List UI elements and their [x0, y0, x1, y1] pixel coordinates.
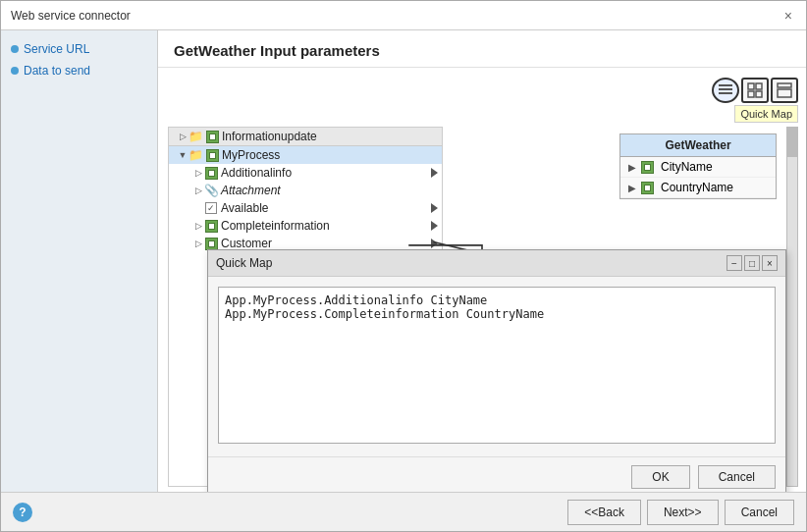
folder-icon-myprocess: 📁 [188, 148, 203, 162]
dialog-minimize-button[interactable]: − [726, 255, 742, 271]
window-title: Web service connector [11, 9, 131, 23]
bottom-bar: ? <<Back Next>> Cancel [1, 492, 806, 531]
dialog-title: Quick Map [216, 256, 272, 270]
quick-map-icon [718, 82, 733, 98]
layout-button[interactable] [771, 78, 798, 103]
grid-view-button[interactable] [741, 78, 769, 103]
expander-available[interactable] [192, 202, 204, 214]
dialog-body: App.MyProcess.Additionalinfo CityName Ap… [208, 277, 785, 456]
cancel-button[interactable]: Cancel [725, 500, 794, 525]
countryname-label: CountryName [661, 181, 733, 194]
main-window: Web service connector × Service URL Data… [0, 0, 807, 532]
checkbox-icon-available: ✓ [204, 201, 218, 215]
expander-completeinformation[interactable]: ▷ [192, 220, 204, 232]
page-title: GetWeather Input parameters [174, 42, 790, 59]
quick-map-button[interactable] [712, 78, 739, 103]
green-box-additionalinfo [204, 166, 218, 180]
scrollbar[interactable] [786, 127, 798, 487]
green-box-countryname [640, 181, 654, 194]
expander-additionalinfo[interactable]: ▷ [192, 167, 204, 179]
dialog-controls: − □ × [726, 255, 778, 271]
dot-icon [11, 45, 19, 53]
dialog-maximize-button[interactable]: □ [744, 255, 760, 271]
arrow-completeinformation [431, 221, 438, 231]
svg-rect-7 [778, 83, 791, 87]
dialog-close-button[interactable]: × [762, 255, 778, 271]
svg-rect-4 [756, 83, 762, 89]
tree-label-attachment: Attachment [221, 184, 281, 197]
dialog-title-bar: Quick Map − □ × [208, 250, 785, 277]
svg-rect-3 [748, 83, 754, 89]
sidebar-label-service-url: Service URL [24, 42, 89, 56]
getweather-title: GetWeather [620, 134, 776, 157]
grid-icon [747, 82, 763, 98]
tree-item-completeinformation[interactable]: ▷ Completeinformation [169, 217, 442, 235]
svg-rect-6 [756, 91, 762, 97]
main-content: Service URL Data to send GetWeather Inpu… [1, 30, 806, 492]
layout-icon [777, 82, 792, 98]
expander-informationupdate[interactable]: ▷ [177, 131, 188, 142]
tree-label-additionalinfo: Additionalinfo [221, 166, 292, 180]
folder-icon-informationupdate: 📁 [188, 130, 203, 143]
expander-attachment[interactable]: ▷ [192, 185, 204, 196]
help-button[interactable]: ? [13, 503, 32, 522]
sidebar-item-data-to-send[interactable]: Data to send [11, 64, 147, 78]
quick-map-dialog[interactable]: Quick Map − □ × App.MyProcess.Additional… [207, 249, 786, 492]
svg-rect-2 [719, 92, 732, 94]
dialog-ok-button[interactable]: OK [631, 465, 689, 489]
in-arrow-countryname: ▶ [628, 183, 636, 193]
sidebar-label-data-to-send: Data to send [24, 64, 90, 78]
arrow-customer [431, 239, 438, 248]
tree-item-myprocess[interactable]: ▼ 📁 MyProcess [169, 146, 442, 164]
content-area: GetWeather Input parameters [158, 30, 806, 492]
quick-map-textarea[interactable]: App.MyProcess.Additionalinfo CityName Ap… [218, 287, 776, 444]
dialog-footer: OK Cancel [208, 456, 785, 492]
back-button[interactable]: <<Back [567, 500, 641, 525]
tree-item-available[interactable]: ✓ Available [169, 199, 442, 217]
dialog-cancel-button[interactable]: Cancel [698, 465, 776, 489]
tree-label-available: Available [221, 201, 268, 215]
sidebar-item-service-url[interactable]: Service URL [11, 42, 147, 56]
tree-label-completeinformation: Completeinformation [221, 219, 330, 233]
arrow-available [431, 203, 438, 213]
tree-item-informationupdate[interactable]: ▷ 📁 Informationupdate [169, 128, 442, 146]
attach-icon: 📎 [204, 184, 218, 197]
tree-label-informationupdate: Informationupdate [222, 130, 317, 143]
arrow-additionalinfo [431, 168, 438, 178]
next-button[interactable]: Next>> [647, 500, 719, 525]
bottom-buttons: <<Back Next>> Cancel [567, 500, 794, 525]
cityname-label: CityName [661, 160, 713, 174]
green-box-myprocess [205, 148, 219, 162]
green-box-cityname [640, 160, 654, 174]
dot-icon-2 [11, 67, 19, 75]
toolbar-row [712, 78, 798, 103]
scrollbar-thumb[interactable] [787, 128, 797, 157]
green-box-informationupdate [205, 130, 219, 143]
svg-rect-0 [719, 84, 732, 86]
svg-rect-8 [778, 89, 791, 97]
in-arrow-cityname: ▶ [628, 162, 636, 173]
svg-rect-5 [748, 91, 754, 97]
tree-label-myprocess: MyProcess [222, 148, 280, 162]
getweather-box: GetWeather ▶ CityName ▶ [619, 133, 777, 199]
svg-rect-1 [719, 88, 732, 90]
mapping-area: ▷ 📁 Informationupdate [158, 122, 806, 492]
content-header: GetWeather Input parameters [158, 30, 806, 68]
green-box-customer [204, 237, 218, 250]
expander-myprocess[interactable]: ▼ [177, 149, 188, 161]
tree-item-attachment[interactable]: ▷ 📎 Attachment [169, 182, 442, 199]
tree-label-customer: Customer [221, 237, 272, 250]
title-bar: Web service connector × [1, 1, 806, 30]
expander-customer[interactable]: ▷ [192, 238, 204, 249]
window-close-button[interactable]: × [780, 8, 796, 24]
quick-map-tooltip: Quick Map [734, 105, 798, 123]
green-box-completeinformation [204, 219, 218, 233]
tree-item-additionalinfo[interactable]: ▷ Additionalinfo [169, 164, 442, 182]
mapping-panel: ▷ 📁 Informationupdate [158, 122, 806, 492]
getweather-item-cityname: ▶ CityName [620, 157, 776, 178]
sidebar: Service URL Data to send [1, 30, 158, 492]
bottom-left: ? [13, 503, 32, 522]
getweather-item-countryname: ▶ CountryName [620, 178, 776, 198]
